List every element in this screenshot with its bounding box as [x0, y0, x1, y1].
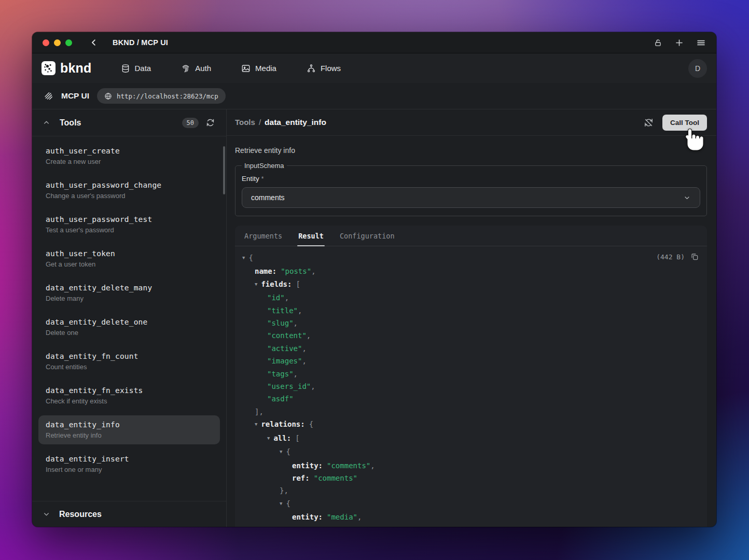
tool-name: data_entity_delete_many — [46, 284, 213, 292]
server-url-pill[interactable]: http://localhost:28623/mcp — [97, 88, 226, 104]
desktop: { "window": { "title": "BKND / MCP UI" }… — [0, 0, 749, 560]
input-schema-legend: InputSchema — [242, 162, 287, 170]
breadcrumb-section[interactable]: Tools — [235, 118, 255, 127]
refresh-icon[interactable] — [206, 118, 215, 127]
collapse-toggle-icon[interactable]: ▼ — [255, 418, 257, 430]
json-token: [ — [296, 280, 300, 288]
sidebar-scrollbar-thumb[interactable] — [223, 146, 225, 194]
json-token: relations: — [261, 420, 304, 428]
collapse-toggle-icon[interactable]: ▼ — [255, 278, 257, 290]
json-result-area: (442 B) ▼{name:"posts",▼fields:["id","ti… — [235, 246, 707, 527]
main-panel: Tools / data_entity_info Call Tool Retri… — [227, 109, 716, 527]
database-icon — [121, 64, 130, 73]
json-token: , — [307, 331, 311, 340]
tool-description-text: Retrieve entity info — [235, 146, 708, 155]
json-line: ▼{ — [235, 445, 699, 459]
tool-item-data_entity_fn_count[interactable]: data_entity_fn_count Count entities — [38, 347, 220, 376]
tool-name: auth_user_password_change — [46, 181, 213, 189]
json-line: ▼fields:[ — [235, 278, 699, 291]
copy-icon[interactable] — [690, 253, 699, 261]
titlebar: BKND / MCP UI — [32, 32, 716, 53]
tools-section-title: Tools — [60, 118, 81, 128]
brand-logo[interactable]: bknd — [41, 61, 92, 76]
tool-item-data_entity_delete_one[interactable]: data_entity_delete_one Delete one — [38, 313, 220, 342]
collapse-toggle-icon[interactable]: ▼ — [242, 251, 245, 264]
json-token: , — [294, 319, 298, 327]
json-token: "slug" — [267, 319, 294, 327]
auto-refresh-off-icon[interactable] — [644, 118, 654, 128]
nav-item-data[interactable]: Data — [121, 64, 151, 73]
json-token: { — [286, 499, 290, 508]
tool-item-auth_user_password_test[interactable]: auth_user_password_test Test a user's pa… — [38, 210, 220, 239]
collapse-toggle-icon[interactable]: ▼ — [267, 432, 270, 444]
required-marker: * — [261, 175, 264, 183]
json-token: "asdf" — [267, 395, 294, 403]
entity-select-value: comments — [251, 193, 285, 202]
json-line: "title", — [235, 304, 699, 317]
json-token: "id" — [267, 293, 285, 302]
json-token: all: — [273, 434, 291, 442]
json-line: ▼{ — [235, 497, 699, 511]
entity-label-text: Entity — [242, 175, 259, 183]
input-schema-fieldset: InputSchema Entity* comments — [235, 162, 707, 216]
collapse-toggle-icon[interactable]: ▼ — [280, 445, 282, 458]
tool-item-data_entity_delete_many[interactable]: data_entity_delete_many Delete many — [38, 278, 220, 307]
back-icon[interactable] — [89, 38, 99, 47]
tools-section-header[interactable]: Tools 50 — [32, 109, 226, 136]
tab-result[interactable]: Result — [297, 226, 325, 246]
tool-description: Retrieve entity info — [46, 431, 213, 439]
lock-open-icon[interactable] — [654, 38, 662, 47]
tool-item-data_entity_insert[interactable]: data_entity_insert Insert one or many — [38, 450, 220, 479]
tool-item-auth_user_password_change[interactable]: auth_user_password_change Change a user'… — [38, 176, 220, 205]
tool-item-data_entity_info-selected[interactable]: data_entity_info Retrieve entity info — [38, 415, 220, 444]
nav-item-media[interactable]: Media — [241, 64, 276, 73]
flow-icon — [307, 64, 316, 73]
tool-description: Change a user's password — [46, 192, 213, 200]
image-icon — [241, 64, 251, 73]
page-title: MCP UI — [61, 91, 89, 101]
tool-description: Create a new user — [46, 158, 213, 165]
collapse-toggle-icon[interactable]: ▼ — [280, 497, 282, 510]
tool-item-auth_user_create[interactable]: auth_user_create Create a new user — [38, 142, 220, 171]
nav-items: Data Auth Media Flows — [121, 64, 341, 73]
new-tab-icon[interactable] — [674, 38, 684, 48]
zoom-window-button[interactable] — [65, 39, 72, 46]
result-panel: Arguments Result Configuration (442 B) ▼… — [235, 226, 707, 527]
tool-name: data_entity_insert — [46, 455, 213, 463]
json-token: , — [370, 461, 374, 470]
close-window-button[interactable] — [43, 39, 49, 46]
json-token: "users_id" — [267, 382, 311, 390]
tab-arguments[interactable]: Arguments — [243, 226, 283, 246]
json-line: ▼all:[ — [235, 432, 699, 445]
breadcrumb-current: data_entity_info — [265, 118, 326, 127]
breadcrumb: Tools / data_entity_info — [235, 118, 326, 127]
user-avatar[interactable]: D — [688, 59, 707, 78]
nav-item-auth[interactable]: Auth — [181, 64, 211, 73]
main-body: Retrieve entity info InputSchema Entity*… — [227, 136, 716, 527]
nav-item-label: Data — [135, 64, 151, 73]
json-token: , — [302, 344, 306, 353]
chevron-down-icon[interactable] — [43, 510, 50, 518]
nav-item-flows[interactable]: Flows — [307, 64, 341, 73]
tabs: Arguments Result Configuration — [235, 226, 707, 246]
json-token: , — [285, 293, 289, 302]
tool-name: auth_user_create — [46, 147, 213, 155]
json-line: "images", — [235, 355, 699, 367]
tool-description: Insert one or many — [46, 466, 213, 473]
layers-icon — [44, 91, 53, 101]
minimize-window-button[interactable] — [54, 39, 61, 46]
menu-icon[interactable] — [696, 38, 706, 48]
json-line: "active", — [235, 342, 699, 355]
json-line: "tags", — [235, 368, 699, 380]
tool-name: data_entity_info — [46, 421, 213, 429]
resources-section-header[interactable]: Resources — [32, 501, 226, 527]
entity-select[interactable]: comments — [242, 187, 700, 208]
json-token: , — [302, 357, 306, 365]
json-token: , — [311, 382, 315, 390]
tool-name: data_entity_fn_exists — [46, 386, 213, 395]
tab-configuration[interactable]: Configuration — [339, 226, 396, 246]
tool-item-data_entity_fn_exists[interactable]: data_entity_fn_exists Check if entity ex… — [38, 381, 220, 410]
globe-icon — [104, 92, 112, 100]
tool-item-auth_user_token[interactable]: auth_user_token Get a user token — [38, 244, 220, 273]
chevron-up-icon[interactable] — [43, 119, 50, 127]
